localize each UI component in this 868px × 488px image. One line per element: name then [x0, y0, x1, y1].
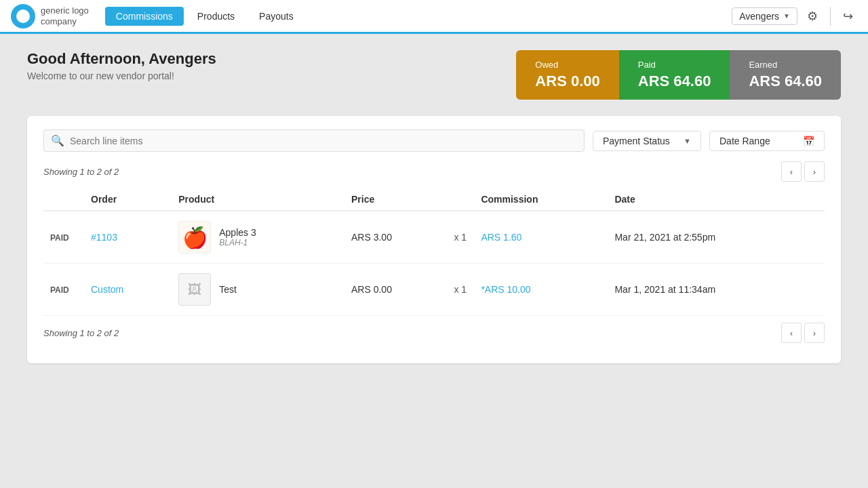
- logo: generic logo company: [11, 4, 89, 28]
- table-row: PAIDCustom🖼TestARS 0.00x 1*ARS 10.00Mar …: [43, 264, 825, 316]
- pagination-top: Showing 1 to 2 of 2 ‹ ›: [43, 161, 825, 182]
- logout-button[interactable]: ↪: [839, 5, 857, 28]
- toolbar: 🔍 Payment Status ▼ Date Range 📅: [43, 129, 825, 152]
- navbar-right: Avengers ▼ ⚙ ↪: [732, 5, 857, 28]
- earned-amount: ARS 64.60: [749, 73, 822, 90]
- col-product: Product: [172, 188, 344, 211]
- table-header: Order Product Price Commission Date: [43, 188, 825, 211]
- date-range-filter[interactable]: Date Range 📅: [709, 131, 825, 151]
- qty-cell: x 1: [447, 211, 474, 264]
- earned-label: Earned: [749, 60, 822, 70]
- payouts-nav-button[interactable]: Payouts: [248, 7, 304, 26]
- order-link[interactable]: Custom: [91, 284, 123, 295]
- order-cell: Custom: [84, 264, 172, 316]
- pagination-buttons-bottom: ‹ ›: [781, 323, 825, 343]
- payment-status-label: Payment Status: [603, 136, 679, 146]
- greeting: Good Afternoon, Avengers Welcome to our …: [27, 50, 216, 81]
- order-cell: #1103: [84, 211, 172, 264]
- vendor-selector[interactable]: Avengers ▼: [732, 7, 797, 25]
- commissions-nav-button[interactable]: Commissions: [105, 7, 184, 26]
- product-name: Test: [219, 284, 237, 295]
- stat-card-paid: Paid ARS 64.60: [619, 50, 730, 100]
- order-link[interactable]: #1103: [91, 232, 117, 243]
- col-status: [43, 188, 84, 211]
- greeting-title: Good Afternoon, Avengers: [27, 50, 216, 68]
- commission-link[interactable]: *ARS 10.00: [481, 284, 530, 295]
- main-content: Good Afternoon, Avengers Welcome to our …: [0, 34, 868, 380]
- status-badge: PAID: [50, 233, 69, 243]
- logo-circle: [11, 4, 35, 28]
- vendor-name: Avengers: [739, 11, 779, 22]
- products-nav-button[interactable]: Products: [186, 7, 245, 26]
- showing-text-bottom: Showing 1 to 2 of 2: [43, 328, 119, 338]
- settings-button[interactable]: ⚙: [803, 5, 822, 28]
- date-range-label: Date Range: [719, 136, 797, 146]
- product-sku: BLAH-1: [219, 238, 256, 247]
- product-name: Apples 3: [219, 227, 256, 238]
- payment-status-filter[interactable]: Payment Status ▼: [593, 131, 701, 151]
- chevron-down-icon: ▼: [783, 12, 790, 20]
- stat-cards: Owed ARS 0.00 Paid ARS 64.60 Earned ARS …: [516, 50, 841, 100]
- paid-amount: ARS 64.60: [638, 73, 711, 90]
- col-date: Date: [608, 188, 825, 211]
- next-page-button-top[interactable]: ›: [804, 161, 825, 182]
- search-box: 🔍: [43, 129, 585, 152]
- table-body: PAID#1103🍎Apples 3BLAH-1ARS 3.00x 1ARS 1…: [43, 211, 825, 316]
- search-input[interactable]: [70, 136, 577, 146]
- col-price: Price: [344, 188, 447, 211]
- navbar-divider: [830, 7, 831, 26]
- logout-icon: ↪: [843, 9, 853, 23]
- navbar-nav: Commissions Products Payouts: [105, 7, 732, 26]
- price-cell: ARS 0.00: [344, 264, 447, 316]
- product-image: 🍎: [178, 221, 211, 253]
- paid-label: Paid: [638, 60, 711, 70]
- prev-page-button-top[interactable]: ‹: [781, 161, 802, 182]
- owed-amount: ARS 0.00: [535, 73, 599, 90]
- stat-card-earned: Earned ARS 64.60: [730, 50, 841, 100]
- logo-text: generic logo company: [41, 5, 89, 26]
- logo-line2: company: [41, 16, 89, 27]
- navbar: generic logo company Commissions Product…: [0, 0, 868, 34]
- status-badge: PAID: [50, 285, 69, 295]
- logo-inner: [16, 9, 30, 23]
- table-row: PAID#1103🍎Apples 3BLAH-1ARS 3.00x 1ARS 1…: [43, 211, 825, 264]
- header-section: Good Afternoon, Avengers Welcome to our …: [27, 50, 841, 100]
- qty-cell: x 1: [447, 264, 474, 316]
- status-cell: PAID: [43, 264, 84, 316]
- showing-text-top: Showing 1 to 2 of 2: [43, 167, 119, 177]
- col-qty: [447, 188, 474, 211]
- table-card: 🔍 Payment Status ▼ Date Range 📅 Showing …: [27, 116, 841, 363]
- prev-page-button-bottom[interactable]: ‹: [781, 323, 802, 343]
- product-cell: 🖼Test: [172, 264, 344, 316]
- commission-link[interactable]: ARS 1.60: [481, 232, 521, 243]
- commission-cell: *ARS 10.00: [474, 264, 608, 316]
- col-commission: Commission: [474, 188, 608, 211]
- commission-cell: ARS 1.60: [474, 211, 608, 264]
- product-image-placeholder: 🖼: [178, 273, 211, 306]
- stat-card-owed: Owed ARS 0.00: [516, 50, 618, 100]
- date-cell: Mar 21, 2021 at 2:55pm: [608, 211, 825, 264]
- logo-line1: generic logo: [41, 5, 89, 16]
- greeting-subtitle: Welcome to our new vendor portal!: [27, 70, 216, 81]
- commissions-table: Order Product Price Commission Date PAID…: [43, 188, 825, 316]
- date-cell: Mar 1, 2021 at 11:34am: [608, 264, 825, 316]
- gear-icon: ⚙: [807, 9, 818, 23]
- owed-label: Owed: [535, 60, 599, 70]
- col-order: Order: [84, 188, 172, 211]
- calendar-icon: 📅: [803, 136, 814, 146]
- search-icon: 🔍: [51, 134, 64, 147]
- product-cell: 🍎Apples 3BLAH-1: [172, 211, 344, 264]
- pagination-buttons-top: ‹ ›: [781, 161, 825, 182]
- price-cell: ARS 3.00: [344, 211, 447, 264]
- status-cell: PAID: [43, 211, 84, 264]
- chevron-down-icon: ▼: [684, 137, 691, 145]
- next-page-button-bottom[interactable]: ›: [804, 323, 825, 343]
- pagination-bottom: Showing 1 to 2 of 2 ‹ ›: [43, 323, 825, 343]
